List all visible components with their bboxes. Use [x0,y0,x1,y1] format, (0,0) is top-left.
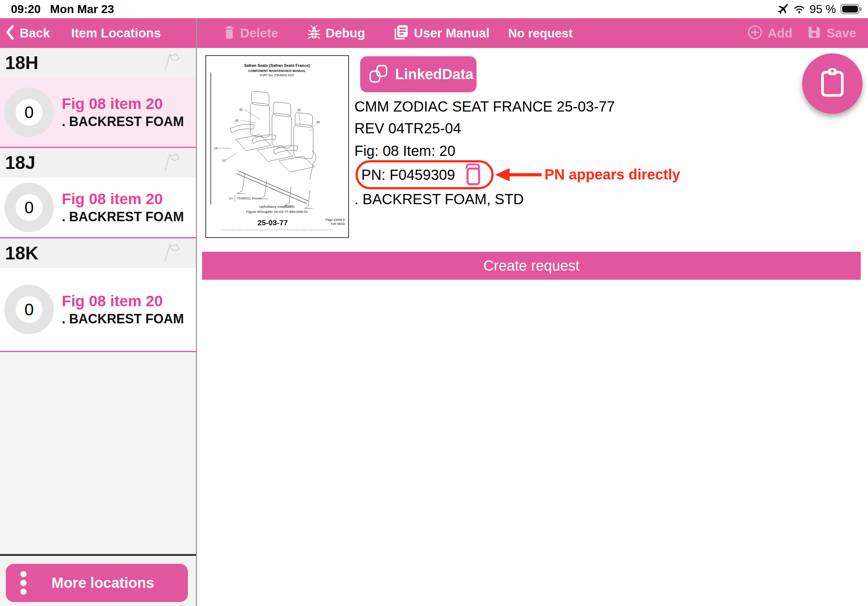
seat-header-18k: 18K [0,238,196,268]
part-desc-label: . BACKREST FOAM [62,210,184,224]
pn-line: PN: F0459309 [361,166,455,184]
user-manual-label: User Manual [414,26,490,40]
count-ring: 0 [5,88,54,137]
save-label: Save [826,26,856,40]
clipboard-icon [820,68,845,99]
fig-item-label: Fig 08 item 20 [62,96,184,112]
status-left: 09:20 Mon Mar 23 [0,3,114,16]
rev-line: REV 04TR25-04 [354,119,461,137]
seat-label: 18J [5,152,35,173]
count-value: 0 [16,296,42,323]
link-icon [369,64,388,85]
location-row-18k[interactable]: 0 Fig 08 item 20 . BACKREST FOAM [0,268,196,351]
annotation-text: PN appears directly [544,165,680,184]
seat-label: 18K [5,243,39,264]
debug-button[interactable]: Debug [307,25,365,41]
fig-item-line: Fig: 08 Item: 20 [354,142,456,160]
add-button[interactable]: Add [747,18,792,48]
svg-text:1A: 1A [229,196,233,200]
seat-header-18j: 18J [0,148,196,178]
clipboard-fab-button[interactable] [802,53,863,114]
fig-item-label: Fig 08 item 20 [62,293,184,309]
count-ring: 0 [5,183,54,232]
sidebar-divider [196,18,197,606]
plus-circle-icon [747,25,763,42]
svg-text:25: 25 [297,108,301,112]
manual-icon [393,24,409,42]
shown-reference: 1A F0498421 Shown [229,195,261,202]
part-desc-label: . BACKREST FOAM [62,114,184,129]
user-manual-button[interactable]: User Manual [393,24,490,42]
save-button[interactable]: Save [807,18,856,48]
location-row-18h[interactable]: 0 Fig 08 item 20 . BACKREST FOAM [0,78,196,147]
svg-text:30: 30 [239,108,243,111]
svg-text:20: 20 [235,119,239,122]
flag-icon [160,52,183,74]
thumb-page: Page 10008-0 [326,218,344,222]
navigation-bar: Back Item Locations Delete Debug User Ma… [0,18,868,48]
cmm-title-line: CMM ZODIAC SEAT FRANCE 25-03-77 [354,97,615,116]
bug-icon [307,25,321,41]
svg-text:F0498421 Shown: F0498421 Shown [237,196,261,200]
part-name-line: . BACKREST FOAM, STD [354,190,524,208]
flag-icon [160,242,183,264]
more-locations-label: More locations [26,575,179,591]
part-desc-label: . BACKREST FOAM [62,312,184,326]
svg-text:40: 40 [316,120,320,124]
status-time: 09:20 [11,3,41,16]
thumb-caption2: Figure 8/Graphic 25-03-77-950-008-01 [246,210,308,213]
thumb-doc-number: 25-03-77 [258,218,288,227]
battery-icon [840,4,862,14]
count-ring: 0 [5,285,54,334]
annotation-arrow [495,166,542,185]
chevron-left-icon [5,25,14,42]
status-date: Mon Mar 23 [50,3,114,16]
linked-data-label: LinkedData [395,66,474,82]
vertical-dots-icon [20,571,26,595]
location-row-18j[interactable]: 0 Fig 08 item 20 . BACKREST FOAM [0,178,196,237]
count-value: 0 [16,194,42,221]
battery-percent: 95 % [809,3,836,16]
thumb-caption1: Upholstery Installation [259,204,294,209]
seat-header-18h: 18H [0,48,196,78]
thumb-rev-date: Feb 08/19 [331,222,344,226]
thumb-subtitle: COMPONENT MAINTENANCE MANUAL [248,69,306,73]
copy-icon[interactable] [462,163,484,188]
linked-data-button[interactable]: LinkedData [360,56,476,92]
back-button[interactable]: Back [5,25,50,42]
seat-diagram [230,91,316,208]
thumb-title: Safran Seats (Safran Seats France) [244,63,310,68]
cmm-page-thumbnail[interactable]: Safran Seats (Safran Seats France) COMPO… [205,55,349,238]
flag-icon [160,152,183,174]
create-request-label: Create request [484,258,580,274]
app-screen: 09:20 Mon Mar 23 95 % Back Item Location… [0,0,868,606]
floppy-save-icon [807,25,822,41]
fig-item-label: Fig 08 item 20 [62,191,184,207]
page-title: Item Locations [71,26,161,40]
back-label: Back [20,26,50,40]
create-request-button[interactable]: Create request [202,252,861,280]
count-value: 0 [16,99,42,126]
status-bar: 09:20 Mon Mar 23 95 % [0,0,868,18]
thumb-disclaimer: This document and the information contai… [221,229,333,231]
wifi-icon [794,5,805,14]
item-locations-sidebar: 18H 0 Fig 08 item 20 . BACKREST FOAM 18J… [0,48,196,606]
svg-text:10: 10 [222,159,226,162]
sidebar-bottom-divider [0,554,196,556]
debug-label: Debug [326,26,365,40]
request-status-text: No request [508,18,573,48]
delete-label: Delete [240,26,278,40]
more-locations-button[interactable]: More locations [6,564,188,602]
trash-icon [223,25,235,41]
svg-text:15: 15 [214,147,218,150]
status-right: 95 % [777,3,868,16]
add-label: Add [768,26,792,40]
seat-label: 18H [5,52,39,73]
thumb-partno: PART No. Z3048XX-XXX [260,73,294,77]
airplane-mode-icon [777,3,789,15]
delete-button[interactable]: Delete [223,25,278,41]
